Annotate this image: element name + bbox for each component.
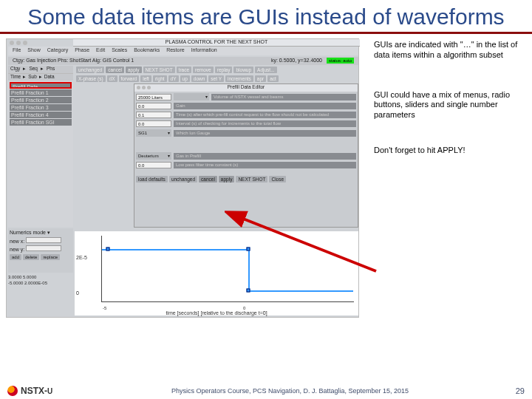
note-1: GUIs are indicated with "…" in the list … — [374, 40, 522, 61]
tb3[interactable]: forward — [119, 75, 140, 82]
sidebar-list: Prefill Data... Prefill Fraction 1 Prefi… — [8, 81, 73, 128]
subtab-time[interactable]: Time — [10, 74, 21, 81]
tb3[interactable]: increments — [225, 75, 253, 82]
btn-replace[interactable]: replace — [41, 254, 60, 260]
numerics-mode-label[interactable]: Numerics mode ▾ — [10, 230, 72, 236]
btn-blowup[interactable]: blowup — [233, 66, 253, 73]
nstx-logo-icon — [7, 386, 18, 396]
ed-btn-cancel[interactable]: cancel — [199, 176, 217, 183]
ed-field[interactable]: 0.1 — [136, 112, 171, 118]
ytick-label: 0 — [76, 290, 79, 296]
tb3[interactable]: X-phase (s) — [76, 75, 106, 82]
menu-item[interactable]: Phase — [75, 47, 89, 55]
newy-label: new y: — [10, 247, 24, 252]
btn-replay[interactable]: replay — [215, 66, 233, 73]
toolbar-row-2: X-phase (s) dX forward left right dY up … — [75, 75, 358, 83]
btn-adjust[interactable]: Adjust... — [255, 66, 276, 73]
sidebar-tabs[interactable]: Ctgy▸ Seq▸ Phs — [8, 66, 73, 73]
btn-delete[interactable]: delete — [23, 254, 39, 260]
tb3[interactable]: act — [267, 75, 279, 82]
menu-item[interactable]: Restore — [166, 47, 185, 55]
menu-item[interactable]: Show — [27, 47, 41, 55]
note-2: GUI could have a mix of menus, radio but… — [374, 90, 522, 120]
btn-trace[interactable]: trace — [177, 66, 191, 73]
list-item[interactable]: Prefill Fraction 2 — [10, 97, 72, 103]
slide-footer: NSTX-U Physics Operators Course, PCS Nav… — [0, 386, 532, 396]
subbar-left: Ctgy: Gas Injection Phs: ShotStart Alg: … — [13, 58, 134, 64]
ed-label: Gas in Prefill — [174, 153, 356, 160]
tb3[interactable]: left — [140, 75, 151, 82]
btn-apply[interactable]: apply — [126, 66, 142, 73]
ed-label: Which Ion Gauge — [174, 130, 356, 137]
sidebar: Ctgy▸ Seq▸ Phs Time▸ Sub▸ Data Prefill D… — [8, 66, 73, 227]
ed-label: Time (s) after which pre-fill control re… — [174, 112, 356, 118]
tb3[interactable]: dY — [168, 75, 179, 82]
ed-field[interactable]: 0.0 — [136, 103, 171, 109]
window-title: PLASMA CONTROL FOR THE NEXT SHOT — [73, 39, 360, 47]
ed-label: Interval (s) of checking for increments … — [174, 120, 356, 127]
window-dots — [10, 41, 27, 45]
tab-ctgy[interactable]: Ctgy — [10, 66, 20, 73]
newy-input[interactable] — [26, 245, 61, 251]
subtab-sub[interactable]: Sub — [28, 74, 37, 81]
tb3[interactable]: right — [153, 75, 167, 82]
btn-add[interactable]: add — [10, 254, 21, 260]
prefill-data-editor: Prefill Data Editor 25000 LitersVolume o… — [134, 83, 358, 228]
list-item[interactable]: Prefill Fraction 1 — [10, 89, 72, 96]
ed-drop-gas[interactable]: Deuterium — [136, 152, 171, 160]
toolbar-row-1: unchanged cancel apply NEXT SHOT trace r… — [75, 66, 358, 74]
menu-item[interactable]: File — [13, 47, 21, 55]
ed-btn-load-defaults[interactable]: load defaults — [136, 176, 168, 183]
tb3[interactable]: apr — [255, 75, 266, 82]
ed-field[interactable]: 25000 Liters — [136, 94, 171, 100]
ed-field[interactable]: 0.0 — [136, 162, 171, 168]
list-item[interactable]: Prefill Fraction 4 — [10, 112, 72, 118]
slide-title: Some data items are GUIs instead of wave… — [0, 0, 532, 30]
ed-drop-ion-gauge[interactable]: SG1 — [136, 129, 171, 137]
ytick-label: 2E-5 — [76, 255, 87, 260]
sidebar-subtabs[interactable]: Time▸ Sub▸ Data — [8, 73, 73, 81]
list-item-prefill-data[interactable]: Prefill Data... — [10, 82, 72, 89]
page-number: 29 — [516, 386, 525, 395]
ed-btn-apply[interactable]: apply — [219, 176, 235, 183]
btn-remove[interactable]: remove — [193, 66, 214, 73]
ed-label: Gain — [174, 103, 356, 109]
tb3[interactable]: dX — [107, 75, 117, 82]
values-readout: 3.0000 5.0000 -5.0000 2.0000E-05 — [8, 274, 73, 286]
ed-btn-close[interactable]: Close — [269, 176, 286, 183]
chart-axes — [101, 236, 354, 302]
btn-unchanged[interactable]: unchanged — [76, 66, 104, 73]
screenshot-panel: PLASMA CONTROL FOR THE NEXT SHOT File Sh… — [6, 38, 359, 318]
tb3[interactable]: down — [191, 75, 208, 82]
ed-btn-unchanged[interactable]: unchanged — [169, 176, 197, 183]
note-3: Don't forget to hit APPLY! — [374, 146, 522, 156]
ed-field[interactable]: 0.0 — [136, 120, 171, 127]
list-item[interactable]: Prefill Fraction SGI — [10, 119, 72, 126]
status-badge: status: auto — [327, 58, 354, 64]
menu-item[interactable]: Bookmarks — [134, 47, 160, 55]
btn-next-shot[interactable]: NEXT SHOT — [143, 66, 175, 73]
menu-item[interactable]: Edit — [96, 47, 105, 55]
menu-item[interactable]: Category — [47, 47, 68, 55]
tb3[interactable]: up — [180, 75, 190, 82]
editor-title: Prefill Data Editor — [134, 84, 358, 92]
menu-item[interactable]: Information — [191, 47, 217, 55]
tab-seq[interactable]: Seq — [29, 66, 38, 73]
tab-phs[interactable]: Phs — [47, 66, 55, 73]
newx-input[interactable] — [26, 237, 61, 243]
list-item[interactable]: Prefill Fraction 3 — [10, 104, 72, 111]
subtab-data[interactable]: Data — [44, 74, 55, 81]
newx-label: new x: — [10, 239, 24, 244]
numerics-mode-panel: Numerics mode ▾ new x: new y: add delete… — [8, 228, 73, 273]
ed-label: Low pass filter time constant (s) — [174, 162, 356, 168]
tb3[interactable]: set Y — [208, 75, 224, 82]
menu-bar[interactable]: File Show Category Phase Edit Scales Boo… — [8, 47, 358, 55]
ed-btn-next-shot[interactable]: NEXT SHOT — [236, 176, 267, 183]
footer-caption: Physics Operators Course, PCS Navigation… — [64, 387, 516, 395]
ed-drop[interactable] — [174, 93, 209, 100]
ed-label: Volume of NSTX vessel and beams — [211, 94, 356, 100]
sub-bar: Ctgy: Gas Injection Phs: ShotStart Alg: … — [8, 57, 358, 65]
subbar-readout: ky: 0.5000, y=32.4000 — [271, 58, 322, 63]
btn-cancel[interactable]: cancel — [106, 66, 124, 73]
menu-item[interactable]: Scales — [112, 47, 127, 55]
